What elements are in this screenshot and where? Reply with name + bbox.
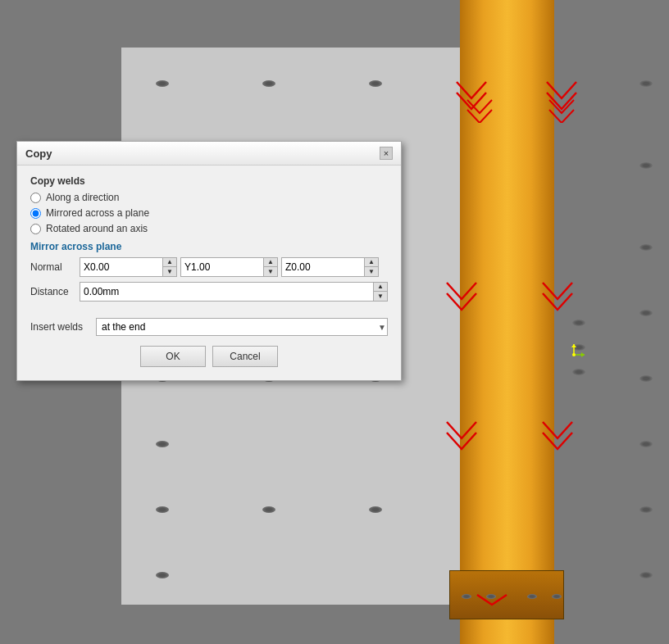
distance-input[interactable] bbox=[80, 283, 373, 301]
radio-along-direction[interactable]: Along a direction bbox=[30, 192, 388, 203]
button-row: OK Cancel bbox=[30, 346, 388, 367]
distance-spin-up[interactable]: ▲ bbox=[374, 283, 387, 292]
x-input[interactable] bbox=[80, 258, 162, 276]
distance-spin-down[interactable]: ▼ bbox=[374, 292, 387, 301]
bolt-hole bbox=[156, 572, 169, 578]
copy-welds-label: Copy welds bbox=[30, 175, 388, 187]
radio-rotate-axis[interactable]: Rotated around an axis bbox=[30, 223, 388, 234]
dialog-title: Copy bbox=[25, 147, 52, 160]
x-spin-down[interactable]: ▼ bbox=[163, 267, 176, 276]
x-input-wrapper: ▲ ▼ bbox=[80, 257, 177, 277]
weld-symbol-flange-left bbox=[466, 98, 494, 123]
bolt-hole bbox=[639, 506, 653, 513]
weld-symbol-bottom-right bbox=[541, 418, 574, 451]
bolt-hole bbox=[639, 572, 653, 578]
bolt-hole bbox=[462, 594, 471, 599]
dialog-close-button[interactable]: × bbox=[380, 147, 393, 160]
bolt-hole bbox=[369, 80, 382, 87]
radio-rotate-axis-input[interactable] bbox=[30, 224, 41, 234]
dialog-titlebar: Copy × bbox=[17, 142, 401, 166]
z-input[interactable] bbox=[282, 258, 364, 276]
radio-along-direction-input[interactable] bbox=[30, 193, 41, 203]
bolt-hole bbox=[639, 441, 653, 447]
radio-mirror-plane-label: Mirrored across a plane bbox=[46, 207, 149, 219]
y-input-wrapper: ▲ ▼ bbox=[180, 257, 278, 277]
z-spin-buttons: ▲ ▼ bbox=[364, 258, 378, 276]
normal-row: Normal ▲ ▼ ▲ ▼ bbox=[30, 257, 388, 277]
z-input-wrapper: ▲ ▼ bbox=[281, 257, 379, 277]
weld-symbol-base bbox=[476, 593, 508, 610]
z-spin-up[interactable]: ▲ bbox=[365, 258, 378, 267]
bolt-hole bbox=[639, 244, 653, 251]
dialog-body: Copy welds Along a direction Mirrored ac… bbox=[17, 166, 401, 380]
svg-marker-4 bbox=[571, 344, 576, 347]
y-spin-up[interactable]: ▲ bbox=[264, 258, 277, 267]
x-spin-up[interactable]: ▲ bbox=[163, 258, 176, 267]
axis-indicator bbox=[562, 342, 586, 370]
insert-welds-row: Insert welds at the end at the beginning… bbox=[30, 318, 388, 336]
bolt-hole bbox=[552, 594, 562, 599]
weld-symbol-flange-right bbox=[548, 98, 576, 123]
mirror-section-label: Mirror across plane bbox=[30, 241, 388, 252]
bolt-hole bbox=[572, 369, 585, 375]
bolt-hole bbox=[527, 594, 537, 599]
radio-mirror-plane[interactable]: Mirrored across a plane bbox=[30, 207, 388, 219]
bolt-hole bbox=[156, 506, 169, 513]
bolt-hole bbox=[639, 310, 653, 316]
bolt-hole bbox=[572, 320, 585, 326]
y-input[interactable] bbox=[181, 258, 263, 276]
distance-input-wrapper: ▲ ▼ bbox=[80, 282, 388, 302]
radio-group: Along a direction Mirrored across a plan… bbox=[30, 192, 388, 234]
svg-marker-3 bbox=[581, 352, 585, 357]
radio-along-direction-label: Along a direction bbox=[46, 192, 119, 203]
ok-button[interactable]: OK bbox=[140, 346, 206, 367]
x-spin-buttons: ▲ ▼ bbox=[162, 258, 176, 276]
cancel-button[interactable]: Cancel bbox=[212, 346, 278, 367]
insert-welds-dropdown-wrap: at the end at the beginning in order ▼ bbox=[96, 318, 388, 336]
bolt-hole bbox=[639, 375, 653, 382]
svg-point-2 bbox=[572, 353, 576, 356]
bolt-hole bbox=[639, 162, 653, 169]
y-spin-buttons: ▲ ▼ bbox=[263, 258, 277, 276]
normal-inputs: ▲ ▼ ▲ ▼ ▲ ▼ bbox=[80, 257, 388, 277]
distance-label: Distance bbox=[30, 286, 80, 297]
distance-row: Distance ▲ ▼ bbox=[30, 282, 388, 302]
bolt-hole bbox=[369, 506, 382, 513]
weld-symbol-mid-left bbox=[445, 279, 478, 311]
bolt-hole bbox=[156, 80, 169, 87]
copy-dialog: Copy × Copy welds Along a direction Mirr… bbox=[16, 141, 402, 381]
radio-mirror-plane-input[interactable] bbox=[30, 208, 41, 219]
radio-rotate-axis-label: Rotated around an axis bbox=[46, 223, 148, 234]
weld-symbol-mid-right bbox=[541, 279, 574, 311]
distance-spin-input: ▲ ▼ bbox=[80, 282, 388, 302]
weld-symbol-bottom-left bbox=[445, 418, 478, 451]
distance-spin-buttons: ▲ ▼ bbox=[373, 283, 387, 301]
normal-label: Normal bbox=[30, 261, 80, 273]
bolt-hole bbox=[262, 506, 275, 513]
bolt-hole bbox=[262, 80, 275, 87]
bolt-hole bbox=[156, 441, 169, 447]
z-spin-down[interactable]: ▼ bbox=[365, 267, 378, 276]
insert-welds-dropdown[interactable]: at the end at the beginning in order bbox=[96, 318, 388, 336]
bolt-hole bbox=[639, 80, 653, 87]
insert-welds-label: Insert welds bbox=[30, 321, 96, 333]
y-spin-down[interactable]: ▼ bbox=[264, 267, 277, 276]
